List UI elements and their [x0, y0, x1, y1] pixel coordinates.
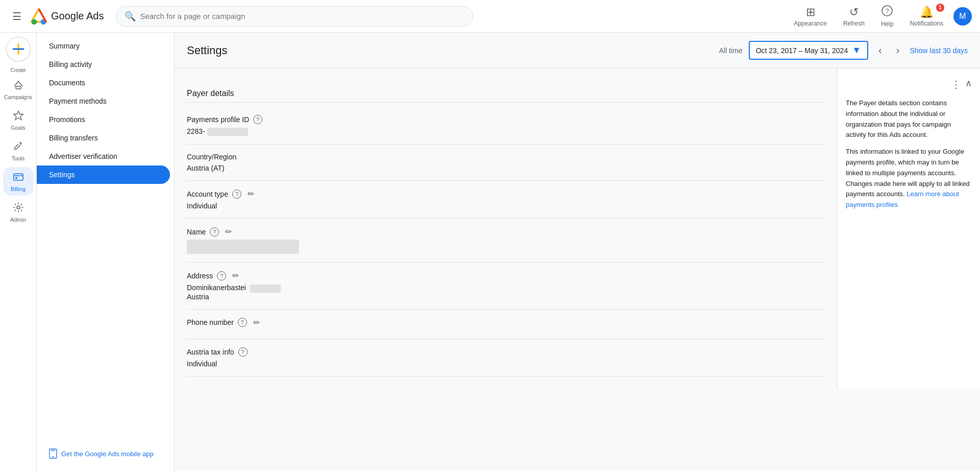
- left-panel: Summary Billing activity Documents Payme…: [37, 33, 175, 471]
- nav-settings-label: Settings: [49, 171, 75, 179]
- address-label-row: Address ? ✏: [187, 271, 825, 280]
- search-input[interactable]: [140, 12, 464, 20]
- search-bar[interactable]: 🔍: [116, 6, 473, 27]
- hamburger-menu[interactable]: ☰: [8, 6, 26, 27]
- svg-rect-11: [14, 174, 23, 180]
- content-body: Payer details Payments profile ID ? 2283…: [175, 68, 980, 389]
- field-phone-number: Phone number ? ✏: [187, 310, 825, 339]
- country-region-label: Country/Region: [187, 153, 236, 161]
- nav-item-billing-activity[interactable]: Billing activity: [37, 55, 170, 74]
- campaigns-label: Campaigns: [4, 94, 33, 100]
- nav-item-settings[interactable]: Settings: [37, 166, 170, 184]
- address-value: Dominikanerbastei Austria: [187, 284, 825, 300]
- notifications-button[interactable]: 🔔 1 Notifications: [904, 4, 949, 29]
- search-icon: 🔍: [125, 11, 136, 22]
- payer-details-label: Payer details: [187, 89, 234, 98]
- nav-item-payment-methods[interactable]: Payment methods: [37, 92, 170, 110]
- help-icon: ?: [881, 5, 893, 19]
- appearance-icon: ⊞: [806, 6, 815, 19]
- nav-actions: ⊞ Appearance ↺ Refresh ? Help 🔔 1 Notifi…: [788, 3, 949, 30]
- admin-label: Admin: [10, 217, 26, 223]
- nav-advertiser-verification-label: Advertiser verification: [49, 152, 117, 160]
- appearance-button[interactable]: ⊞ Appearance: [788, 4, 833, 29]
- phone-number-label: Phone number: [187, 318, 234, 326]
- name-redacted-block: [187, 240, 299, 254]
- admin-icon: [13, 202, 24, 216]
- date-next-button[interactable]: ›: [892, 42, 904, 58]
- field-name: Name ? ✏: [187, 219, 825, 263]
- info-text-2: This information is linked to your Googl…: [846, 147, 972, 210]
- nav-item-documents[interactable]: Documents: [37, 74, 170, 92]
- nav-payment-methods-label: Payment methods: [49, 97, 107, 105]
- payments-profile-id-value: 2283-: [187, 127, 825, 136]
- country-region-value: Austria (AT): [187, 164, 825, 172]
- date-picker-dropdown-icon: ▼: [852, 45, 861, 56]
- logo: Google Ads: [30, 7, 104, 26]
- austria-tax-info-help-icon[interactable]: ?: [238, 347, 248, 357]
- nav-item-billing-transfers[interactable]: Billing transfers: [37, 129, 170, 147]
- account-type-help-icon[interactable]: ?: [232, 190, 241, 199]
- nav-item-promotions[interactable]: Promotions: [37, 110, 170, 129]
- phone-number-help-icon[interactable]: ?: [238, 318, 247, 327]
- nav-item-advertiser-verification[interactable]: Advertiser verification: [37, 147, 170, 166]
- sidebar-item-tools[interactable]: Tools: [3, 136, 34, 165]
- name-edit-icon[interactable]: ✏: [225, 227, 232, 237]
- goals-icon: [13, 110, 24, 124]
- left-panel-bottom: Get the Google Ads mobile app: [37, 444, 174, 463]
- date-prev-button[interactable]: ‹: [874, 42, 886, 58]
- address-help-icon[interactable]: ?: [217, 271, 226, 280]
- svg-point-16: [53, 456, 54, 457]
- tools-icon: [13, 140, 24, 154]
- sidebar-item-admin[interactable]: Admin: [3, 198, 34, 226]
- user-avatar[interactable]: M: [953, 7, 972, 26]
- create-label: Create: [10, 67, 26, 73]
- nav-documents-label: Documents: [49, 79, 85, 87]
- logo-text: Google Ads: [51, 10, 104, 22]
- top-navigation: ☰ Google Ads 🔍 ⊞ Appearance ↺ Refresh ?: [0, 0, 980, 33]
- date-range-picker[interactable]: Oct 23, 2017 – May 31, 2024 ▼: [749, 41, 868, 60]
- show-last-30-days[interactable]: Show last 30 days: [910, 46, 968, 55]
- nav-item-summary[interactable]: Summary: [37, 37, 170, 55]
- page-title: Settings: [187, 44, 228, 57]
- refresh-icon: ↺: [849, 6, 859, 19]
- help-button[interactable]: ? Help: [875, 3, 900, 30]
- austria-tax-info-label: Austria tax info: [187, 348, 234, 356]
- settings-header: Settings All time Oct 23, 2017 – May 31,…: [175, 33, 980, 68]
- name-help-icon[interactable]: ?: [210, 227, 219, 237]
- sidebar-item-campaigns[interactable]: Campaigns: [3, 75, 34, 104]
- refresh-button[interactable]: ↺ Refresh: [837, 4, 871, 29]
- name-label-row: Name ? ✏: [187, 227, 825, 237]
- nav-promotions-label: Promotions: [49, 115, 85, 124]
- country-region-label-row: Country/Region: [187, 153, 825, 161]
- info-collapse-button[interactable]: ∧: [965, 77, 972, 92]
- sidebar-item-goals[interactable]: Goals: [3, 106, 34, 134]
- mobile-app-link[interactable]: Get the Google Ads mobile app: [45, 444, 166, 463]
- info-more-button[interactable]: ⋮: [951, 77, 961, 92]
- tools-label: Tools: [12, 155, 25, 161]
- address-country: Austria: [187, 293, 209, 301]
- nav-billing-transfers-label: Billing transfers: [49, 134, 98, 142]
- field-austria-tax-info: Austria tax info ? Individual: [187, 339, 825, 376]
- address-redacted: [250, 285, 281, 293]
- svg-rect-8: [16, 86, 21, 89]
- svg-point-2: [32, 19, 37, 25]
- payments-profile-id-help-icon[interactable]: ?: [253, 115, 262, 124]
- create-button[interactable]: [6, 37, 31, 61]
- account-type-label-row: Account type ? ✏: [187, 189, 825, 199]
- address-label: Address: [187, 272, 213, 280]
- name-value: [187, 240, 825, 254]
- phone-number-edit-icon[interactable]: ✏: [253, 318, 260, 327]
- billing-label: Billing: [11, 186, 26, 192]
- austria-tax-info-value: Individual: [187, 360, 825, 368]
- svg-text:?: ?: [886, 7, 889, 14]
- notifications-icon: 🔔: [920, 6, 934, 19]
- address-edit-icon[interactable]: ✏: [232, 271, 239, 280]
- campaigns-icon: [13, 79, 24, 93]
- account-type-edit-icon[interactable]: ✏: [248, 189, 254, 199]
- sidebar-item-billing[interactable]: Billing: [3, 167, 34, 196]
- austria-tax-info-label-row: Austria tax info ?: [187, 347, 825, 357]
- nav-summary-label: Summary: [49, 42, 80, 50]
- payments-profile-id-label-row: Payments profile ID ?: [187, 115, 825, 124]
- sidebar: Create Campaigns Goals Tools: [0, 33, 37, 471]
- account-type-value: Individual: [187, 202, 825, 210]
